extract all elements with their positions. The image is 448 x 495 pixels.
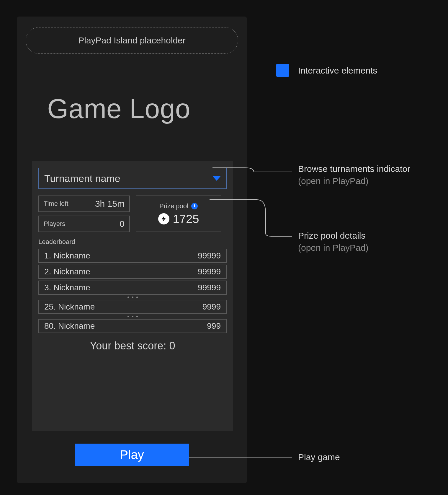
time-left-value: 3h 15m bbox=[95, 199, 125, 209]
leaderboard-score: 99999 bbox=[198, 267, 221, 276]
best-score: Your best score: 0 bbox=[38, 340, 227, 352]
legend-label: Interactive elements bbox=[298, 66, 377, 76]
leaderboard-rank-name: 80. Nickname bbox=[44, 321, 95, 331]
playpad-island-placeholder: PlayPad Island placeholder bbox=[26, 27, 238, 54]
ellipsis-icon bbox=[38, 316, 227, 317]
leaderboard-row: 25. Nickname 9999 bbox=[38, 300, 227, 314]
leaderboard-rank-name: 2. Nickname bbox=[44, 267, 90, 276]
prize-pool-value: 1725 bbox=[173, 212, 199, 226]
leaderboard-row: 3. Nickname 99999 bbox=[38, 281, 227, 295]
leaderboard-title: Leaderboard bbox=[38, 238, 227, 246]
island-label: PlayPad Island placeholder bbox=[78, 35, 186, 45]
leaderboard-row: 1. Nickname 99999 bbox=[38, 249, 227, 263]
chevron-down-icon bbox=[212, 176, 221, 181]
bolt-coin-icon bbox=[158, 213, 169, 224]
annotation-play: Play game bbox=[298, 451, 340, 463]
time-left-box: Time left 3h 15m bbox=[38, 196, 130, 212]
tournament-selector-label: Turnament name bbox=[44, 173, 120, 184]
annotation-browse: Browse turnaments indicator (open in Pla… bbox=[298, 163, 410, 187]
leaderboard-score: 999 bbox=[207, 321, 221, 331]
device-panel: PlayPad Island placeholder Game Logo Tur… bbox=[17, 17, 247, 483]
time-left-label: Time left bbox=[44, 200, 68, 208]
annotation-prize: Prize pool details (open in PlayPad) bbox=[298, 230, 368, 254]
leaderboard-rank-name: 1. Nickname bbox=[44, 251, 90, 260]
prize-pool-label: Prize pool bbox=[159, 202, 188, 210]
players-label: Players bbox=[44, 220, 65, 228]
game-logo: Game Logo bbox=[47, 93, 190, 124]
info-icon[interactable]: i bbox=[191, 203, 198, 209]
tournament-card: Turnament name Time left 3h 15m Players … bbox=[32, 161, 233, 431]
tournament-selector[interactable]: Turnament name bbox=[38, 168, 227, 189]
leaderboard-score: 99999 bbox=[198, 251, 221, 260]
leaderboard-row: 80. Nickname 999 bbox=[38, 319, 227, 333]
leaderboard-score: 9999 bbox=[202, 302, 221, 312]
play-button[interactable]: Play bbox=[75, 444, 189, 466]
leaderboard-score: 99999 bbox=[198, 283, 221, 292]
prize-pool-box[interactable]: Prize pool i 1725 bbox=[136, 196, 221, 232]
leaderboard-rank-name: 25. Nickname bbox=[44, 302, 95, 312]
tournament-stats: Time left 3h 15m Players 0 Prize pool i bbox=[38, 196, 227, 232]
leaderboard: 1. Nickname 99999 2. Nickname 99999 3. N bbox=[38, 249, 227, 333]
players-box: Players 0 bbox=[38, 216, 130, 232]
leaderboard-rank-name: 3. Nickname bbox=[44, 283, 90, 292]
ellipsis-icon bbox=[38, 297, 227, 298]
players-value: 0 bbox=[120, 219, 125, 229]
interactive-swatch bbox=[276, 64, 289, 77]
leaderboard-row: 2. Nickname 99999 bbox=[38, 265, 227, 279]
